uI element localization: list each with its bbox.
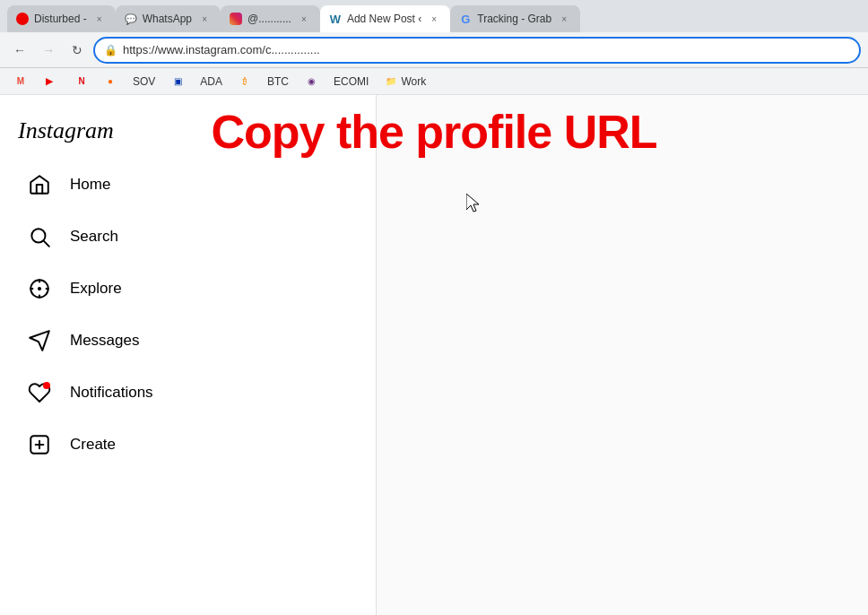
bookmark-work-label: Work [401, 75, 426, 88]
tab-bar: Disturbed - × 💬 WhatsApp × @........... … [0, 0, 868, 32]
bookmark-btc[interactable]: BTC [260, 74, 296, 90]
notification-badge [43, 382, 50, 389]
browser-chrome: Disturbed - × 💬 WhatsApp × @........... … [0, 0, 868, 95]
tab-instagram-label: @........... [247, 13, 291, 25]
bookmark-ecomi-icon[interactable]: ◉ [298, 74, 325, 90]
explore-icon-wrapper [27, 276, 52, 301]
refresh-button[interactable]: ↻ [65, 38, 90, 63]
google-favicon: G [459, 13, 472, 25]
messages-icon-wrapper [27, 328, 52, 353]
bookmark-btc-label: BTC [267, 75, 289, 88]
instagram-sidebar: Instagram Home Search [0, 95, 377, 615]
notifications-icon-wrapper [27, 380, 52, 405]
bookmark-work[interactable]: 📁 Work [378, 74, 433, 90]
sidebar-create-label: Create [70, 436, 116, 454]
toolbar: ← → ↻ 🔒 [0, 32, 868, 68]
instagram-logo: Instagram [18, 117, 114, 144]
svg-point-3 [39, 288, 40, 290]
forward-button[interactable]: → [36, 38, 61, 63]
disturbed-favicon [16, 13, 29, 25]
bookmark-ecomi-label: ECOMI [334, 75, 369, 88]
tab-addpost[interactable]: W Add New Post ‹ × [320, 5, 450, 32]
sidebar-item-search[interactable]: Search [9, 212, 367, 262]
tab-whatsapp-close[interactable]: × [197, 12, 212, 26]
tab-tracking-label: Tracking - Grab [477, 13, 551, 25]
mouse-cursor [466, 194, 484, 219]
sidebar-item-create[interactable]: Create [9, 420, 367, 470]
bookmark-n[interactable]: N [68, 74, 95, 90]
page-content: Instagram Home Search [0, 95, 868, 615]
bookmark-m[interactable]: M [7, 74, 34, 90]
bookmark-ada-icon-favicon: ▣ [171, 75, 184, 88]
sidebar-home-label: Home [70, 176, 110, 194]
svg-marker-8 [30, 331, 49, 351]
back-button[interactable]: ← [7, 38, 32, 63]
bookmark-sov-icon-favicon: ● [104, 75, 117, 88]
sidebar-item-notifications[interactable]: Notifications [9, 368, 367, 418]
bookmark-sov-label: SOV [133, 75, 155, 88]
tab-disturbed-label: Disturbed - [34, 13, 87, 25]
explore-icon [28, 277, 51, 300]
sidebar-notifications-label: Notifications [70, 384, 153, 402]
sidebar-explore-label: Explore [70, 280, 122, 298]
sidebar-item-explore[interactable]: Explore [9, 264, 367, 314]
tab-disturbed-close[interactable]: × [92, 12, 107, 26]
bookmark-btc-icon-favicon: ₿ [239, 75, 251, 88]
sidebar-item-home[interactable]: Home [9, 160, 367, 210]
bookmark-btc-icon[interactable]: ₿ [231, 74, 258, 90]
bookmark-ecomi[interactable]: ECOMI [326, 74, 376, 90]
search-icon [28, 225, 51, 248]
bookmark-sov-icon[interactable]: ● [97, 74, 124, 90]
bookmark-fl-favicon: ▶ [43, 75, 56, 88]
bookmark-ada-icon[interactable]: ▣ [164, 74, 191, 90]
bookmark-ecomi-icon-favicon: ◉ [305, 75, 317, 88]
create-icon [28, 433, 51, 456]
bookmark-n-favicon: N [75, 75, 88, 88]
bookmark-m-favicon: M [14, 75, 27, 88]
tab-instagram[interactable]: @........... × [221, 5, 320, 32]
tab-addpost-close[interactable]: × [427, 12, 441, 26]
search-icon-wrapper [27, 224, 52, 249]
wordpress-favicon: W [329, 13, 342, 25]
home-icon-wrapper [27, 172, 52, 197]
lock-icon: 🔒 [104, 44, 117, 56]
home-icon [28, 173, 51, 196]
tab-instagram-close[interactable]: × [297, 12, 311, 26]
sidebar-item-messages[interactable]: Messages [9, 316, 367, 366]
create-icon-wrapper [27, 432, 52, 457]
bookmark-work-favicon: 📁 [385, 75, 397, 88]
messages-icon [28, 329, 51, 352]
tab-tracking[interactable]: G Tracking - Grab × [450, 5, 580, 32]
svg-line-1 [44, 241, 49, 247]
address-bar[interactable]: 🔒 [93, 37, 861, 64]
bookmarks-bar: M ▶ N ● SOV ▣ ADA ₿ BTC ◉ ECOMI [0, 68, 868, 95]
sidebar-search-label: Search [70, 228, 118, 246]
bookmark-fl[interactable]: ▶ [36, 74, 66, 90]
instagram-favicon [230, 13, 242, 25]
tab-tracking-close[interactable]: × [557, 12, 571, 26]
tab-addpost-label: Add New Post ‹ [347, 13, 421, 25]
bookmark-ada[interactable]: ADA [193, 74, 230, 90]
sidebar-messages-label: Messages [70, 332, 139, 350]
whatsapp-favicon: 💬 [125, 13, 137, 25]
instagram-logo-area: Instagram [0, 95, 376, 158]
tab-whatsapp-label: WhatsApp [143, 13, 192, 25]
bookmark-ada-label: ADA [200, 75, 222, 88]
bookmark-sov[interactable]: SOV [126, 74, 162, 90]
tab-whatsapp[interactable]: 💬 WhatsApp × [116, 5, 221, 32]
address-input[interactable] [123, 43, 850, 56]
main-content [377, 95, 868, 615]
tab-disturbed[interactable]: Disturbed - × [7, 5, 116, 32]
